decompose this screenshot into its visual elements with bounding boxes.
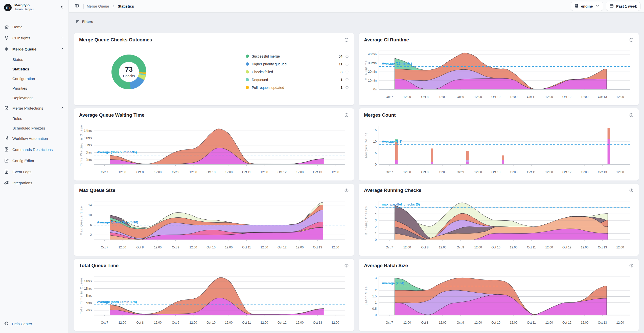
panel-help-trigger[interactable] <box>629 263 634 269</box>
sidebar-item-merge-queue[interactable]: Merge Queue <box>0 43 68 55</box>
breadcrumb-parent-link[interactable]: Merge Queue <box>87 4 109 8</box>
sidebar-item-merge-protections[interactable]: Merge Protections <box>0 103 68 114</box>
legend-dot <box>246 86 249 89</box>
legend-info-trigger[interactable] <box>345 62 349 66</box>
svg-text:Oct 11: Oct 11 <box>242 246 251 249</box>
bar-segment <box>431 162 433 165</box>
sidebar-item-workflow-automation[interactable]: Workflow Automation <box>0 133 68 144</box>
file-lock-icon <box>4 147 9 152</box>
ref-line-label: Average (2.34) <box>382 281 404 285</box>
svg-text:11hrs: 11hrs <box>84 136 92 140</box>
sidebar-item-home[interactable]: Home <box>0 21 68 32</box>
svg-text:12:00: 12:00 <box>510 246 517 249</box>
sidebar-item-priorities[interactable]: Priorities <box>0 83 68 93</box>
panel-title: Merge Queue Checks Outcomes <box>79 37 152 43</box>
sidebar-toggle-button[interactable] <box>73 3 80 10</box>
book-icon <box>574 4 579 8</box>
panel-title: Average Batch Size <box>364 263 408 268</box>
panel-checks_outcomes: Merge Queue Checks Outcomes73ChecksSucce… <box>74 33 354 106</box>
legend-info-trigger[interactable] <box>345 55 349 58</box>
sidebar-item-label: Merge Queue <box>12 47 57 51</box>
time-range-button[interactable]: Past 1 week <box>606 2 640 11</box>
legend-info-trigger[interactable] <box>345 78 349 82</box>
ref-line-label: Average Queue Size (5.96) <box>97 220 138 224</box>
question-circle-icon <box>344 113 349 117</box>
sidebar-item-label: Deployment <box>12 96 33 100</box>
panel-help-trigger[interactable] <box>344 38 349 43</box>
info-circle-icon <box>345 55 349 58</box>
chevron-up-icon <box>60 106 64 110</box>
help-center-button[interactable]: Help Center <box>0 321 68 333</box>
svg-text:Oct 12: Oct 12 <box>278 246 287 249</box>
question-circle-icon <box>344 188 349 193</box>
svg-text:12:00: 12:00 <box>225 170 233 174</box>
svg-text:Running Checks: Running Checks <box>364 206 368 235</box>
sidebar-item-scheduled-freezes[interactable]: Scheduled Freezes <box>0 123 68 133</box>
edit-icon <box>4 158 9 163</box>
svg-text:12:00: 12:00 <box>331 321 339 324</box>
sidebar-item-label: Status <box>12 57 23 62</box>
calendar-icon <box>609 4 614 9</box>
sidebar-item-status[interactable]: Status <box>0 55 68 64</box>
svg-text:12:00: 12:00 <box>331 246 339 249</box>
sidebar-item-commands-restrictions[interactable]: Commands Restrictions <box>0 144 68 155</box>
svg-text:Batch Size: Batch Size <box>364 286 368 305</box>
svg-text:12:00: 12:00 <box>474 95 482 99</box>
legend-dot <box>246 55 249 58</box>
repository-selector[interactable]: engine <box>571 2 603 11</box>
svg-text:12:00: 12:00 <box>119 246 126 249</box>
svg-text:Oct 9: Oct 9 <box>172 246 179 249</box>
legend-label: Pull request updated <box>252 86 284 90</box>
panel-help-trigger[interactable] <box>629 113 634 118</box>
donut-panel-body: 73ChecksSuccessful merge54Higher priorit… <box>79 45 349 99</box>
legend-item-checks-failed: Checks failed3 <box>246 68 349 76</box>
svg-text:12:00: 12:00 <box>474 170 482 174</box>
panel-title: Average CI Runtime <box>364 37 409 43</box>
sidebar-item-ci-insights[interactable]: CI Insights <box>0 32 68 43</box>
sidebar-item-label: Event Logs <box>12 170 64 174</box>
panel-header: Merge Queue Checks Outcomes <box>79 37 349 43</box>
sidebar-item-rules[interactable]: Rules <box>0 114 68 123</box>
svg-text:8hrs: 8hrs <box>86 294 92 298</box>
svg-text:Oct 7: Oct 7 <box>386 95 393 99</box>
panel-help-trigger[interactable] <box>344 263 349 269</box>
panel-help-trigger[interactable] <box>629 38 634 43</box>
sidebar-item-event-logs[interactable]: Event Logs <box>0 166 68 177</box>
svg-text:12:00: 12:00 <box>510 321 517 324</box>
donut-total: 73 <box>125 66 133 73</box>
panel-help-trigger[interactable] <box>344 188 349 194</box>
panel-help-trigger[interactable] <box>629 188 634 194</box>
sidebar-item-configuration[interactable]: Configuration <box>0 74 68 83</box>
svg-text:12:00: 12:00 <box>403 95 411 99</box>
panel-help-trigger[interactable] <box>344 113 349 118</box>
svg-text:12:00: 12:00 <box>439 95 446 99</box>
legend-info-trigger[interactable] <box>345 86 349 89</box>
panel-header: Total Queue Time <box>79 263 349 269</box>
book-icon <box>574 4 579 9</box>
sidebar-item-label: Priorities <box>12 86 27 90</box>
svg-text:12:00: 12:00 <box>190 321 197 324</box>
filters-bar: Filters <box>74 17 639 27</box>
legend-label: Successful merge <box>252 54 280 58</box>
info-circle-icon <box>345 78 349 82</box>
svg-text:Max Queue Size: Max Queue Size <box>80 206 83 235</box>
svg-text:Oct 11: Oct 11 <box>527 170 536 174</box>
sidebar-item-deployment[interactable]: Deployment <box>0 93 68 103</box>
filters-button[interactable]: Filters <box>74 18 95 25</box>
mergify-logo: m <box>4 4 12 11</box>
question-circle-icon <box>629 38 634 42</box>
svg-text:11hrs: 11hrs <box>84 287 92 290</box>
sidebar-item-statistics[interactable]: Statistics <box>0 64 68 74</box>
svg-text:Merges Count: Merges Count <box>364 133 368 158</box>
sidebar-item-integrations[interactable]: Integrations <box>0 177 68 188</box>
org-switcher[interactable]: m Mergifyio Julien Danjou <box>0 0 68 15</box>
legend-value: 1 <box>340 78 342 82</box>
svg-text:14hrs: 14hrs <box>84 129 92 133</box>
sidebar-item-config-editor[interactable]: Config Editor <box>0 155 68 166</box>
svg-text:12:00: 12:00 <box>225 246 233 249</box>
svg-text:12:00: 12:00 <box>616 321 624 324</box>
legend-info-trigger[interactable] <box>345 70 349 74</box>
sidebar-item-label: Statistics <box>12 67 29 71</box>
panel-title: Average Running Checks <box>364 188 421 193</box>
svg-text:12:00: 12:00 <box>545 95 553 99</box>
